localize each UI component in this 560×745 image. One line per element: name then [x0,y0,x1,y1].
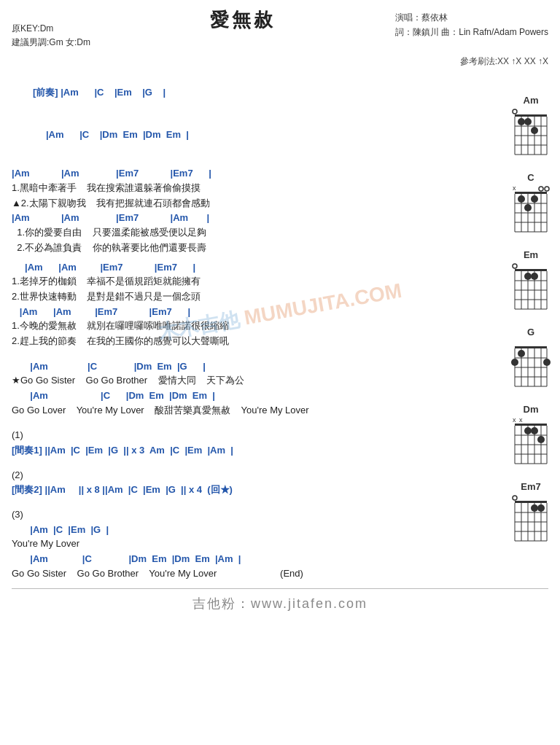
interlude2-block: (2) [間奏2] ||Am || x 8 ||Am |C |Em |G || … [12,468,483,497]
header-left: 原KEY:Dm 建議男調:Gm 女:Dm [12,7,90,50]
chord-line-v2-2: |Am |Am |Em7 |Em7 | [12,305,483,319]
chord-diagrams: Am [509,95,553,545]
lyric-v2-3: 1.今晚的愛無赦 就別在囉哩囉嗦唯唯諾諾很很縮縮 [12,319,483,334]
lyric-v2-4: 2.趕上我的節奏 在我的王國你的感覺可以大聲嘶吼 [12,334,483,349]
chord-Am: Am [509,95,553,159]
svg-point-27 [539,187,543,191]
svg-point-88 [531,504,538,512]
page-container: 原KEY:Dm 建議男調:Gm 女:Dm 愛無赦 演唱：蔡依林 詞：陳鎮川 曲：… [0,0,560,624]
lyric-v1-1: 1.黑暗中牽著手 我在搜索誰還躲著偷偷摸摸 [12,181,483,196]
chord-Dm: Dm x x [509,404,553,468]
chord-line-interlude1: [間奏1] ||Am |C |Em |G || x 3 Am |C |Em |A… [12,443,483,458]
chord-line-outro2: |Am |C |Dm Em |Dm Em |Am | [12,552,483,566]
chord-line-v1-2: |Am |Am |Em7 |Am | [12,211,483,225]
svg-point-30 [531,195,538,203]
svg-point-12 [518,118,525,125]
svg-point-43 [513,264,517,268]
chord-line-chorus1: |Am |C |Dm Em |G | [12,359,483,374]
footer: 吉他粉：www.jitafen.com [12,588,548,617]
composer-label: 詞：陳鎮川 曲：Lin Rafn/Adam Powers [395,25,548,39]
header-section: 原KEY:Dm 建議男調:Gm 女:Dm 愛無赦 演唱：蔡依林 詞：陳鎮川 曲：… [12,7,548,50]
chord-line-prelude1: [前奏] |Am |C |Em |G | [12,71,483,114]
chord-G: G [509,327,553,391]
svg-point-75 [537,436,545,443]
chord-line-outro1: |Am |C |Em |G | [12,523,483,537]
original-key: 原KEY:Dm [12,22,90,36]
svg-text:x: x [513,416,516,424]
verse1-block: |Am |Am |Em7 |Em7 | 1.黑暗中牽著手 我在搜索誰還躲著偷偷摸… [12,166,483,255]
svg-point-89 [537,504,545,512]
chord-Em7: Em7 [509,481,553,545]
chord-Em: Em [509,249,553,313]
chord-line-v2-1: |Am |Am |Em7 |Em7 | [12,260,483,275]
chord-C: C x [509,172,553,236]
svg-point-59 [543,359,551,366]
interlude1-block: (1) [間奏1] ||Am |C |Em |G || x 3 Am |C |E… [12,428,483,457]
chord-C-grid: x [509,184,553,234]
svg-point-74 [531,427,538,434]
svg-point-58 [518,350,525,357]
svg-text:x: x [519,416,523,424]
svg-point-13 [524,118,532,125]
verse2-block: |Am |Am |Em7 |Em7 | 1.老掉牙的枷鎖 幸福不是循規蹈矩就能擁… [12,260,483,349]
chord-G-grid [509,339,553,389]
svg-rect-60 [515,424,547,426]
footer-text: 吉他粉：www.jitafen.com [192,596,368,611]
chord-Em7-grid [509,494,553,543]
outro-block: (3) |Am |C |Em |G | You're My Lover |Am … [12,507,483,581]
chord-line-prelude2: |Am |C |Dm Em |Dm Em | [12,114,483,157]
lyric-v1-2: ▲2.太陽下親吻我 我有把握就連石頭都會感動 [12,196,483,211]
svg-point-44 [524,273,532,280]
svg-rect-0 [515,114,547,117]
lyric-v1-4: 2.不必為誰負責 你的執著要比他們還要長壽 [12,241,483,256]
chord-line-interlude2: [間奏2] ||Am || x 8 ||Am |C |Em |G || x 4 … [12,483,483,497]
svg-point-57 [511,359,518,366]
lyric-outro1: You're My Lover [12,537,483,552]
svg-point-45 [531,273,538,280]
interlude1-label: (1) [12,428,483,443]
chord-Dm-grid: x x [509,416,553,466]
svg-text:x: x [513,184,516,192]
svg-point-73 [524,427,532,434]
svg-rect-76 [515,501,547,503]
lyric-chorus2: Go Go Lover You're My Lover 酸甜苦樂真愛無赦 You… [12,403,483,418]
song-title: 愛無赦 [90,7,395,33]
svg-point-87 [513,496,517,500]
lyric-outro2: Go Go Sister Go Go Brother You're My Lov… [12,566,483,582]
chord-line-v1-1: |Am |Am |Em7 |Em7 | [12,166,483,181]
strum-ref: 參考刷法:XX ↑X XX ↑X [12,55,548,68]
svg-rect-15 [515,192,547,194]
chord-line-chorus2: |Am |C |Dm Em |Dm Em | [12,389,483,403]
svg-rect-46 [515,346,547,348]
outro-label: (3) [12,507,483,523]
chorus-block: |Am |C |Dm Em |G | ★Go Go Sister Go Go B… [12,359,483,418]
svg-point-14 [531,127,538,134]
header-right: 演唱：蔡依林 詞：陳鎮川 曲：Lin Rafn/Adam Powers [395,7,548,40]
lyric-chorus1: ★Go Go Sister Go Go Brother 愛情大同 天下為公 [12,373,483,389]
suggested-key: 建議男調:Gm 女:Dm [12,36,90,50]
main-content: [前奏] |Am |C |Em |G | |Am |C |Dm Em |Dm E… [12,71,483,581]
svg-point-11 [513,109,517,114]
lyric-v2-2: 2.世界快速轉動 是對是錯不過只是一個念頭 [12,289,483,305]
prelude-section: [前奏] |Am |C |Em |G | |Am |C |Dm Em |Dm E… [12,71,483,156]
header-center: 愛無赦 [90,7,395,33]
lyric-v1-3: 1.你的愛要自由 只要溫柔能被感受便以足夠 [12,225,483,241]
singer-label: 演唱：蔡依林 [395,10,548,25]
lyric-v2-1: 1.老掉牙的枷鎖 幸福不是循規蹈矩就能擁有 [12,274,483,289]
interlude2-label: (2) [12,468,483,483]
svg-point-28 [545,187,549,191]
svg-rect-32 [515,269,547,271]
svg-point-29 [518,195,525,203]
svg-point-31 [524,204,532,211]
chord-Am-grid [509,107,553,157]
chord-Em-grid [509,262,553,311]
